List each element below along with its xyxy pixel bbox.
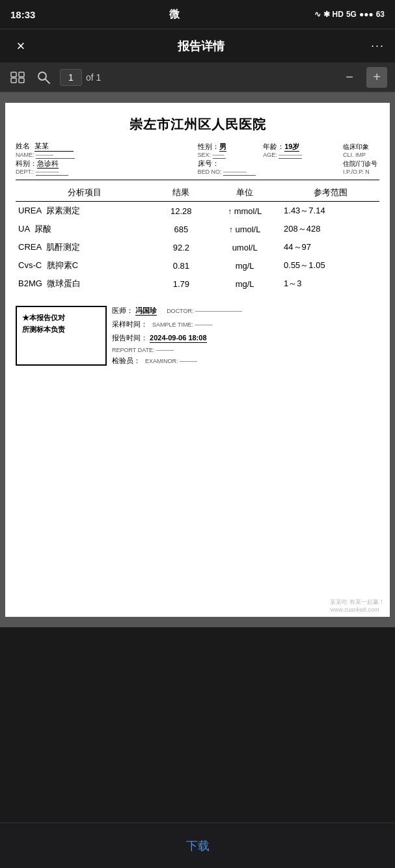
age-field: 年龄：19岁 bbox=[263, 142, 343, 152]
status-right-icons: ∿ ✱ HD 5G ●●● 63 bbox=[314, 10, 385, 19]
footer-stamp: ★本报告仅对 所测标本负责 bbox=[16, 306, 107, 366]
arrow-icon: ↑ bbox=[228, 207, 232, 216]
svg-rect-3 bbox=[19, 78, 24, 83]
download-button[interactable]: 下载 bbox=[186, 838, 210, 854]
patient-info-table: 姓名 某某 NAME: ——— 性别：男 SEX: —— 年龄：19岁 AGE:… bbox=[16, 141, 379, 176]
row-ref-cell: 1～3 bbox=[281, 275, 379, 293]
more-button[interactable]: ··· bbox=[371, 39, 385, 53]
row-name-cell: CREA 肌酐测定 bbox=[16, 238, 154, 256]
main-content-area bbox=[0, 627, 395, 848]
stamp-line2: 所测标本负责 bbox=[22, 325, 65, 333]
header: × 报告详情 ··· bbox=[0, 29, 395, 62]
report-date-field: 报告时间： 2024-09-06 18:08 bbox=[112, 333, 379, 343]
table-row: Cvs-C 胱抑素C 0.81 mg/L 0.55～1.05 bbox=[16, 256, 379, 275]
header-divider bbox=[16, 180, 379, 180]
row-result-cell: 0.81 bbox=[154, 256, 208, 275]
row-arrow-unit-cell: mg/L bbox=[208, 275, 281, 293]
thumbnail-button[interactable] bbox=[8, 68, 27, 87]
battery-icon: 63 bbox=[376, 10, 385, 19]
footer-details: 医师： 冯国珍 DOCTOR: ———————— 采样时间： SAMPLE TI… bbox=[112, 306, 379, 366]
sex-field: 性别：男 bbox=[198, 142, 264, 152]
clinical-label: 临床印象 CLI. IMP bbox=[343, 141, 379, 159]
page-navigation: of 1 bbox=[60, 69, 333, 86]
examiner-label-cn: 检验员： bbox=[112, 357, 141, 364]
svg-rect-1 bbox=[11, 78, 16, 83]
table-row: UA 尿酸 685 ↑ umol/L 208～428 bbox=[16, 220, 379, 238]
col-header-name: 分析项目 bbox=[16, 184, 154, 202]
report-date-label-cn: 报告时间： bbox=[112, 334, 148, 342]
pdf-viewer: 崇左市江州区人民医院 姓名 某某 NAME: ——— 性别：男 SEX: —— … bbox=[0, 92, 395, 627]
examiner-field: 检验员： EXAMINOR: ——— bbox=[112, 356, 379, 366]
row-ref-cell: 1.43～7.14 bbox=[281, 202, 379, 221]
document: 崇左市江州区人民医院 姓名 某某 NAME: ——— 性别：男 SEX: —— … bbox=[5, 103, 390, 617]
dept-value: 急诊科 bbox=[37, 159, 59, 169]
watermark: 某某吃 有菜一起赢！www.zuanke8.com bbox=[330, 598, 385, 613]
row-name-cell: UA 尿酸 bbox=[16, 220, 154, 238]
row-name-cell: Cvs-C 胱抑素C bbox=[16, 256, 154, 275]
name-en-label: NAME: ——— bbox=[16, 152, 198, 159]
zoom-in-button[interactable]: + bbox=[366, 67, 387, 88]
row-result-cell: 685 bbox=[154, 220, 208, 238]
document-footer: ★本报告仅对 所测标本负责 医师： 冯国珍 DOCTOR: ———————— 采… bbox=[16, 306, 379, 366]
bed-field: 床号： bbox=[198, 159, 344, 169]
status-time: 18:33 bbox=[10, 9, 35, 20]
report-date-value: 2024-09-06 18:08 bbox=[150, 334, 206, 343]
hospital-number-label: 住院/门诊号 I.P./O.P. N bbox=[343, 159, 379, 176]
row-arrow-unit-cell: mg/L bbox=[208, 256, 281, 275]
table-row: CREA 肌酐测定 92.2 umol/L 44～97 bbox=[16, 238, 379, 256]
doctor-label-cn: 医师： bbox=[112, 306, 133, 314]
name-label: 姓名 bbox=[16, 142, 30, 150]
page-number-input[interactable] bbox=[60, 69, 82, 86]
close-button[interactable]: × bbox=[10, 38, 31, 55]
row-result-cell: 12.28 bbox=[154, 202, 208, 221]
col-header-ref: 参考范围 bbox=[281, 184, 379, 202]
bluetooth-icon: ∿ bbox=[314, 10, 321, 19]
network-icon: ●●● bbox=[359, 10, 374, 19]
row-arrow-unit-cell: ↑ umol/L bbox=[208, 220, 281, 238]
col-header-unit: 单位 bbox=[208, 184, 281, 202]
row-result-cell: 92.2 bbox=[154, 238, 208, 256]
col-header-result: 结果 bbox=[154, 184, 208, 202]
table-row: B2MG 微球蛋白 1.79 mg/L 1～3 bbox=[16, 275, 379, 293]
row-ref-cell: 44～97 bbox=[281, 238, 379, 256]
sample-time-label-cn: 采样时间： bbox=[112, 320, 148, 328]
row-name-cell: UREA 尿素测定 bbox=[16, 202, 154, 221]
report-date-en: REPORT DATE: ——— bbox=[112, 347, 379, 353]
row-ref-cell: 208～428 bbox=[281, 220, 379, 238]
row-arrow-unit-cell: umol/L bbox=[208, 238, 281, 256]
examiner-label-en: EXAMINOR: ——— bbox=[145, 358, 197, 364]
hd-icon: HD bbox=[333, 10, 344, 19]
bottom-bar: 下载 bbox=[0, 822, 395, 868]
doctor-field: 医师： 冯国珍 DOCTOR: ———————— bbox=[112, 306, 379, 316]
doctor-label-en: DOCTOR: ———————— bbox=[167, 308, 242, 314]
hospital-name: 崇左市江州区人民医院 bbox=[16, 116, 379, 133]
sample-time-label-en: SAMPLE TIME: ——— bbox=[152, 321, 212, 328]
svg-point-4 bbox=[38, 72, 46, 80]
svg-rect-2 bbox=[19, 72, 24, 77]
svg-rect-0 bbox=[11, 72, 16, 77]
dept-field: 科别：急诊科 bbox=[16, 159, 198, 169]
row-arrow-unit-cell: ↑ mmol/L bbox=[208, 202, 281, 221]
arrow-icon: ↑ bbox=[229, 225, 233, 234]
pdf-toolbar: of 1 − + bbox=[0, 62, 395, 92]
status-bar: 18:33 微 ∿ ✱ HD 5G ●●● 63 bbox=[0, 0, 395, 29]
page-total: of 1 bbox=[86, 72, 101, 83]
svg-line-5 bbox=[46, 79, 49, 83]
row-name-cell: B2MG 微球蛋白 bbox=[16, 275, 154, 293]
bt-icon: ✱ bbox=[323, 10, 330, 19]
row-ref-cell: 0.55～1.05 bbox=[281, 256, 379, 275]
page-title: 报告详情 bbox=[178, 38, 225, 54]
patient-name-field: 姓名 某某 bbox=[16, 141, 198, 152]
patient-age: 19岁 bbox=[284, 142, 299, 152]
doctor-value: 冯国珍 bbox=[135, 306, 157, 316]
row-result-cell: 1.79 bbox=[154, 275, 208, 293]
wechat-icon: 微 bbox=[169, 8, 180, 21]
zoom-out-button[interactable]: − bbox=[339, 67, 360, 88]
table-row: UREA 尿素测定 12.28 ↑ mmol/L 1.43～7.14 bbox=[16, 202, 379, 221]
patient-name: 某某 bbox=[34, 141, 74, 152]
patient-sex: 男 bbox=[219, 142, 226, 152]
search-button[interactable] bbox=[34, 68, 53, 87]
results-table: 分析项目 结果 单位 参考范围 UREA 尿素测定 12.28 ↑ mmol/L… bbox=[16, 184, 379, 293]
sample-time-field: 采样时间： SAMPLE TIME: ——— bbox=[112, 319, 379, 329]
signal-icon: 5G bbox=[346, 10, 357, 19]
